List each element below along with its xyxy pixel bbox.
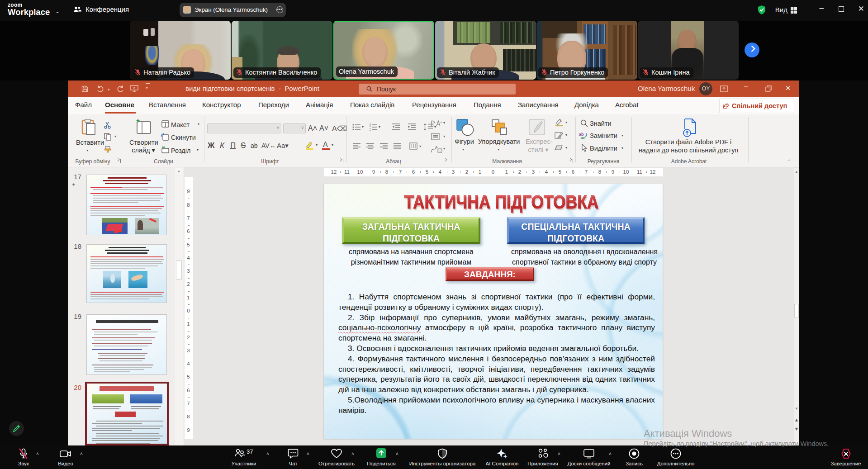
svg-text:ac: ac xyxy=(581,136,585,140)
svg-text:37: 37 xyxy=(247,448,253,455)
